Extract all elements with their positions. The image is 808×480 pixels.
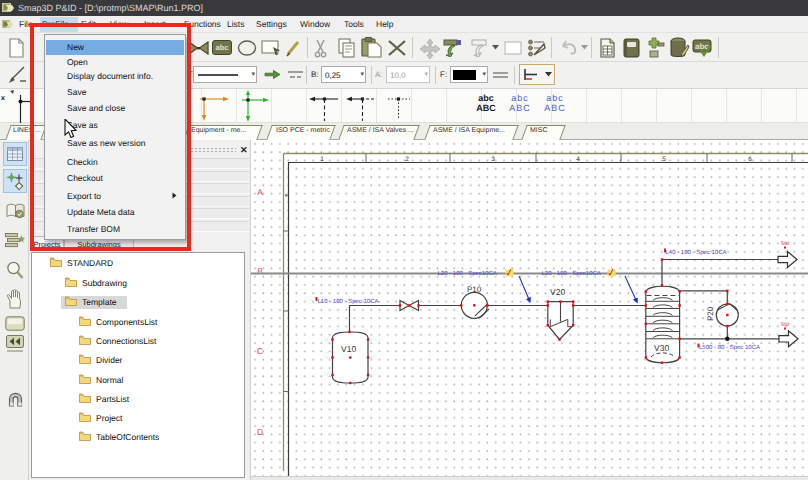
svg-text:L20 - 100 - Spec10CA: L20 - 100 - Spec10CA (542, 270, 601, 277)
svg-text:500: 500 (781, 322, 790, 328)
svg-text:V20: V20 (550, 287, 565, 297)
svg-text:5: 5 (662, 156, 666, 163)
svg-text:D: D (257, 427, 263, 437)
svg-text:L20 - 100 - Spec10CA: L20 - 100 - Spec10CA (438, 270, 497, 277)
svg-text:1: 1 (320, 156, 324, 163)
svg-text:4: 4 (576, 156, 580, 163)
svg-text:2: 2 (405, 156, 409, 163)
svg-text:V10: V10 (341, 344, 356, 354)
svg-text:6: 6 (748, 156, 752, 163)
svg-text:V30: V30 (654, 343, 669, 353)
svg-text:P10: P10 (467, 285, 482, 294)
svg-text:L40 - 100 - Spec 10CA: L40 - 100 - Spec 10CA (666, 249, 727, 256)
svg-text:500: 500 (781, 241, 790, 247)
svg-text:x: x (1, 95, 5, 102)
svg-text:A: A (257, 187, 263, 197)
svg-text:L10 - 100 - Spec 10CA: L10 - 100 - Spec 10CA (318, 298, 379, 305)
svg-text:L500 - 80 - Spec 10CA: L500 - 80 - Spec 10CA (699, 344, 760, 351)
svg-text:P20: P20 (706, 306, 715, 321)
svg-text:3: 3 (491, 156, 495, 163)
svg-text:C: C (257, 346, 263, 356)
